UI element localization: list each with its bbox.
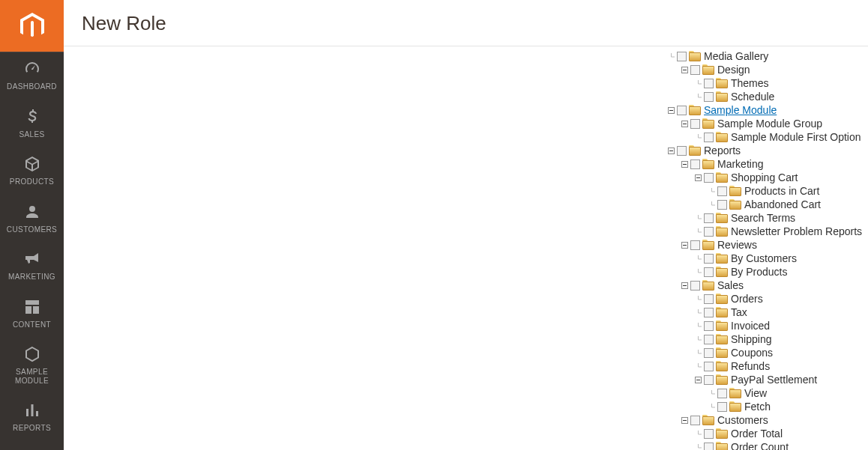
- folder-icon: [689, 105, 701, 115]
- nav-item-cube[interactable]: PRODUCTS: [0, 148, 64, 195]
- collapse-icon[interactable]: [680, 238, 689, 252]
- tree-checkbox[interactable]: [717, 186, 727, 196]
- collapse-icon[interactable]: [693, 373, 702, 386]
- tree-checkbox[interactable]: [717, 389, 727, 398]
- nav-item-hexagon[interactable]: SAMPLEMODULE: [0, 338, 64, 394]
- tree-checkbox[interactable]: [704, 267, 714, 277]
- tree-node-label[interactable]: Sample Module: [704, 103, 777, 117]
- tree-checkbox[interactable]: [704, 173, 714, 183]
- tree-node-label[interactable]: Sample Module Group: [717, 117, 822, 130]
- tree-checkbox[interactable]: [704, 254, 714, 264]
- page-title: New Role: [82, 12, 850, 35]
- nav-item-bars[interactable]: REPORTS: [0, 394, 64, 442]
- tree-node-label[interactable]: Marketing: [717, 157, 763, 171]
- tree-checkbox[interactable]: [704, 133, 714, 142]
- tree-node-label[interactable]: Newsletter Problem Reports: [731, 225, 862, 238]
- tree-checkbox[interactable]: [704, 321, 714, 331]
- tree-node-label[interactable]: View: [744, 386, 767, 400]
- folder-icon: [716, 374, 728, 385]
- tree-elbow-icon: [693, 265, 702, 279]
- tree-node-label[interactable]: Sample Module First Option: [731, 130, 861, 144]
- tree-node-label[interactable]: By Customers: [731, 252, 797, 265]
- nav-list: DASHBOARDSALESPRODUCTSCUSTOMERSMARKETING…: [0, 52, 64, 450]
- collapse-icon[interactable]: [680, 63, 689, 76]
- folder-icon: [716, 172, 728, 183]
- tree-node-label[interactable]: Themes: [731, 76, 769, 90]
- tree-checkbox[interactable]: [704, 362, 714, 371]
- nav-item-layout[interactable]: CONTENT: [0, 291, 64, 338]
- folder-icon: [716, 91, 728, 102]
- tree-node-label[interactable]: Products in Cart: [744, 184, 819, 198]
- tree-checkbox[interactable]: [690, 159, 700, 169]
- tree-node-label[interactable]: Coupons: [731, 346, 773, 359]
- tree-node-label[interactable]: Shopping Cart: [731, 171, 798, 184]
- nav-item-megaphone[interactable]: MARKETING: [0, 243, 64, 291]
- tree-node-label[interactable]: By Products: [731, 265, 787, 279]
- tree-node-label[interactable]: Orders: [731, 292, 763, 305]
- tree-node: By Products: [693, 265, 868, 279]
- tree-checkbox[interactable]: [704, 213, 714, 223]
- tree-node-label[interactable]: Abandoned Cart: [744, 198, 821, 211]
- tree-checkbox[interactable]: [677, 106, 687, 115]
- tree-node-label[interactable]: Customers: [717, 413, 768, 427]
- tree-checkbox[interactable]: [704, 79, 714, 88]
- nav-item-dollar[interactable]: SALES: [0, 100, 64, 148]
- tree-node-label[interactable]: Invoiced: [731, 319, 770, 332]
- tree-node-label[interactable]: Tax: [731, 305, 747, 319]
- tree-checkbox[interactable]: [677, 52, 687, 61]
- tree-checkbox[interactable]: [704, 443, 714, 451]
- person-icon: [23, 203, 41, 221]
- tree-checkbox[interactable]: [717, 200, 727, 210]
- tree-node-label[interactable]: Order Total: [731, 427, 783, 440]
- collapse-icon[interactable]: [666, 103, 675, 117]
- tree-checkbox[interactable]: [677, 146, 687, 156]
- tree-checkbox[interactable]: [717, 402, 727, 412]
- nav-item-label: DASHBOARD: [7, 82, 57, 91]
- magento-logo[interactable]: [0, 0, 64, 52]
- tree-checkbox[interactable]: [704, 375, 714, 385]
- tree-checkbox[interactable]: [690, 65, 700, 75]
- tree-checkbox[interactable]: [704, 348, 714, 358]
- tree-node-label[interactable]: Order Count: [731, 440, 789, 450]
- tree-node-label[interactable]: Media Gallery: [704, 49, 768, 63]
- nav-item-person[interactable]: CUSTOMERS: [0, 195, 64, 243]
- tree-checkbox[interactable]: [704, 335, 714, 344]
- tree-node-label[interactable]: PayPal Settlement: [731, 373, 817, 386]
- tree-checkbox[interactable]: [704, 308, 714, 317]
- tree-checkbox[interactable]: [690, 281, 700, 291]
- tree-node: CustomersOrder TotalOrder Count: [680, 413, 868, 450]
- collapse-icon[interactable]: [680, 117, 689, 130]
- dashboard-icon: [23, 60, 41, 78]
- tree-node-label[interactable]: Shipping: [731, 332, 772, 346]
- tree-checkbox[interactable]: [690, 119, 700, 129]
- nav-item-storefront[interactable]: STORES: [0, 442, 64, 451]
- collapse-icon[interactable]: [680, 413, 689, 427]
- tree-node-label[interactable]: Search Terms: [731, 211, 795, 225]
- folder-icon: [689, 145, 701, 156]
- tree-node: By Customers: [693, 252, 868, 265]
- tree-node-label[interactable]: Design: [717, 63, 750, 76]
- tree-checkbox[interactable]: [690, 416, 700, 425]
- nav-item-label: SAMPLEMODULE: [15, 368, 49, 385]
- collapse-icon[interactable]: [693, 171, 702, 184]
- collapse-icon[interactable]: [680, 279, 689, 292]
- collapse-icon[interactable]: [666, 144, 675, 157]
- folder-icon: [716, 442, 728, 450]
- tree-node-label[interactable]: Fetch: [744, 400, 771, 413]
- tree-node-label[interactable]: Reviews: [717, 238, 757, 252]
- tree-node-label[interactable]: Reports: [704, 144, 741, 157]
- tree-checkbox[interactable]: [704, 429, 714, 439]
- tree-checkbox[interactable]: [704, 92, 714, 102]
- nav-item-dashboard[interactable]: DASHBOARD: [0, 52, 64, 100]
- tree-node-label[interactable]: Sales: [717, 279, 744, 292]
- tree-node: Shipping: [693, 332, 868, 346]
- tree-node-label[interactable]: Refunds: [731, 359, 770, 373]
- tree-checkbox[interactable]: [704, 227, 714, 237]
- collapse-icon[interactable]: [680, 157, 689, 171]
- tree-node: Sample Module First Option: [693, 130, 868, 144]
- folder-icon: [716, 307, 728, 317]
- tree-checkbox[interactable]: [704, 294, 714, 304]
- tree-node-label[interactable]: Schedule: [731, 90, 774, 103]
- tree-checkbox[interactable]: [690, 240, 700, 250]
- tree-node: Fetch: [707, 400, 868, 413]
